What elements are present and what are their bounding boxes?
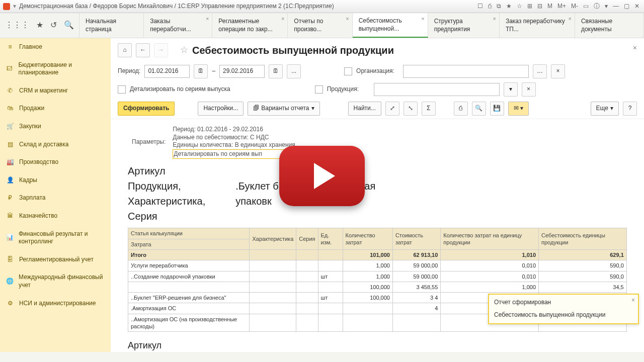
sys-info[interactable]: ⓘ (592, 2, 601, 12)
prod-input[interactable] (374, 83, 500, 96)
print-icon[interactable]: ⎙ (454, 102, 468, 116)
sys-icon[interactable]: ⎙ (487, 2, 493, 12)
play-icon (314, 163, 335, 189)
maximize-icon[interactable]: ▢ (622, 2, 631, 12)
close-icon[interactable]: × (346, 15, 349, 22)
sum-icon[interactable]: Σ (422, 102, 436, 116)
close-icon[interactable]: × (206, 15, 209, 22)
sidebar-item[interactable]: 🏛Казначейство (0, 207, 111, 225)
settings-button[interactable]: Настройки... (198, 102, 244, 116)
tab-home[interactable]: Начальная страница (79, 13, 144, 38)
save-icon[interactable]: 💾 (490, 102, 504, 116)
sidebar-item[interactable]: 🌐Международный финансовый учет (0, 268, 111, 294)
prod-clear[interactable]: × (522, 82, 536, 97)
sidebar-label: Казначейство (19, 212, 57, 220)
home-button[interactable]: ⌂ (118, 43, 132, 57)
sidebar-icon: ⚙ (6, 300, 14, 308)
sys-icon[interactable]: ⊞ (526, 2, 534, 12)
preview-icon[interactable]: 🔍 (472, 102, 486, 116)
sidebar-item[interactable]: 🗠Бюджетирование и планирование (0, 56, 111, 82)
close-icon[interactable]: ✕ (633, 2, 641, 12)
minimize-icon[interactable]: — (611, 2, 620, 12)
sys-icon[interactable]: ☐ (476, 2, 485, 12)
table-row[interactable]: Услуги переработчика1,00059 000,000,0105… (128, 260, 627, 271)
star-icon[interactable]: ★ (36, 20, 43, 31)
prod-checkbox[interactable] (315, 85, 323, 94)
tab-orders[interactable]: Заказы переработчи...× (144, 13, 212, 38)
sidebar-icon: ▤ (6, 141, 14, 149)
sidebar-item[interactable]: ₽Зарплата (0, 189, 111, 207)
help-button[interactable]: ? (623, 102, 637, 116)
org-checkbox[interactable] (344, 67, 352, 75)
sidebar-icon: 🌐 (6, 278, 14, 286)
sys-mplus[interactable]: M+ (556, 2, 568, 12)
sys-icon[interactable]: ▭ (582, 2, 590, 12)
sidebar-item[interactable]: ▤Склад и доставка (0, 136, 111, 154)
sidebar: ≡Главное🗠Бюджетирование и планирование✆C… (0, 38, 111, 352)
play-button[interactable] (279, 146, 365, 206)
sidebar-icon: ✆ (6, 87, 14, 95)
sys-m[interactable]: M (546, 2, 554, 12)
sys-icon[interactable]: ⧉ (495, 2, 503, 12)
sys-mminus[interactable]: M- (570, 2, 580, 12)
apps-icon[interactable]: ⋮⋮⋮ (5, 20, 29, 31)
sidebar-label: Продажи (19, 105, 44, 113)
close-icon[interactable]: × (569, 15, 572, 22)
sidebar-item[interactable]: ≡Главное (0, 38, 111, 56)
star-outline-icon[interactable]: ☆ (180, 44, 188, 56)
more-button[interactable]: Еще▾ (591, 102, 619, 116)
sys-icon[interactable]: ⊟ (536, 2, 544, 12)
sidebar-label: Бюджетирование и планирование (18, 61, 105, 77)
tab-zakaz[interactable]: Заказ переработчику ТП...× (500, 13, 575, 38)
window-buttons: ☐ ⎙ ⧉ ★ ☆ ⊞ ⊟ M M+ M- ▭ ⓘ ▾ — ▢ ✕ (476, 2, 641, 12)
tab-reglament[interactable]: Регламентные операции по закр...× (212, 13, 288, 38)
tab-structure[interactable]: Структура предприятия× (428, 13, 500, 38)
close-icon[interactable]: × (421, 15, 424, 22)
sidebar-item[interactable]: 🗄Регламентированный учет (0, 251, 111, 269)
sidebar-item[interactable]: 🛒Закупки (0, 118, 111, 136)
sys-icon[interactable]: ☆ (515, 2, 524, 12)
expand-icon[interactable]: ⤢ (385, 102, 399, 116)
calendar-icon[interactable]: 🗓 (194, 64, 208, 78)
sidebar-item[interactable]: 📊Финансовый результат и контроллинг (0, 225, 111, 251)
tab-cost[interactable]: Себестоимость выпущенной...× (353, 13, 428, 38)
sidebar-label: Производство (19, 158, 58, 166)
prod-label: Продукция: (327, 85, 370, 94)
prod-dd[interactable]: ▾ (504, 82, 518, 97)
close-icon[interactable]: × (631, 297, 635, 305)
calendar-icon[interactable]: 🗓 (269, 64, 283, 78)
history-icon[interactable]: ↺ (50, 20, 57, 31)
sidebar-item[interactable]: ✆CRM и маркетинг (0, 82, 111, 100)
forward-button[interactable]: → (154, 43, 168, 57)
titlebar: ▾ Демонстрационная база / Федоров Борис … (0, 0, 644, 13)
sidebar-item[interactable]: ⚙НСИ и администрирование (0, 295, 111, 313)
detail-checkbox[interactable] (118, 85, 126, 94)
close-icon[interactable]: × (493, 15, 496, 22)
mail-button[interactable]: ✉ ▾ (508, 102, 529, 116)
sys-dd[interactable]: ▾ (603, 2, 609, 12)
date-from-input[interactable]: 01.02.2016 (144, 65, 190, 78)
close-icon[interactable]: × (281, 15, 284, 22)
find-button[interactable]: Найти... (348, 102, 381, 116)
table-row[interactable]: 100,0003 458,551,00034,5 (128, 282, 627, 292)
sidebar-item[interactable]: 👤Кадры (0, 171, 111, 190)
table-row[interactable]: ..Создание подарочной упаковкишт1,00059 … (128, 271, 627, 282)
tab-reports[interactable]: Отчеты по произво...× (288, 13, 352, 38)
sidebar-item[interactable]: 🏭Производство (0, 153, 111, 171)
form-button[interactable]: Сформировать (118, 102, 175, 116)
period-chooser-button[interactable]: ... (287, 64, 301, 78)
org-clear[interactable]: × (551, 64, 565, 78)
date-to-input[interactable]: 29.02.2016 (219, 65, 265, 78)
variants-button[interactable]: 🗐Варианты отчета▾ (248, 102, 319, 116)
org-picker[interactable]: … (533, 64, 547, 78)
panel-close-icon[interactable]: × (633, 43, 637, 52)
org-input[interactable] (403, 65, 529, 78)
tab-linked[interactable]: Связанные документы (575, 13, 644, 38)
back-button[interactable]: ← (136, 43, 150, 57)
sys-icon[interactable]: ★ (505, 2, 513, 12)
sidebar-item[interactable]: 🛍Продажи (0, 100, 111, 118)
dropdown-icon[interactable]: ▾ (13, 3, 16, 11)
search-icon[interactable]: 🔍 (64, 20, 74, 31)
collapse-icon[interactable]: ⤡ (404, 102, 418, 116)
table-row[interactable]: Итого101,00062 913,101,010629,1 (128, 249, 627, 260)
